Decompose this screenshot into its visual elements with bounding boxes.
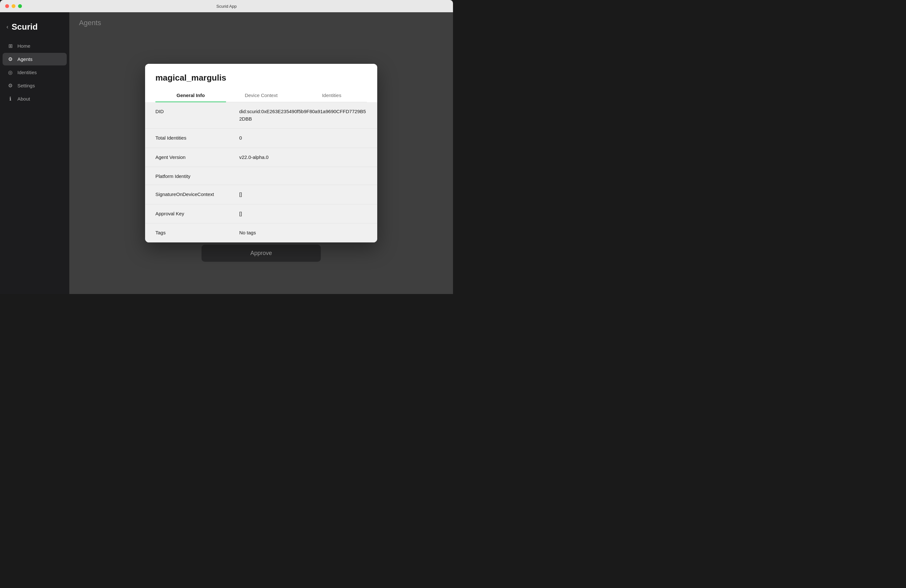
modal-tabs: General Info Device Context Identities <box>155 89 367 102</box>
sidebar-item-home[interactable]: ⊞ Home <box>3 40 67 52</box>
modal-header: magical_margulis General Info Device Con… <box>145 64 377 102</box>
sidebar-header[interactable]: ‹ Scurid <box>0 19 69 40</box>
sidebar-item-identities[interactable]: ◎ Identities <box>3 66 67 79</box>
field-did: DID did:scurid:0xE263E235490f5b9F80a91a9… <box>145 102 377 129</box>
identities-icon: ◎ <box>7 69 14 75</box>
about-icon: ℹ <box>7 96 14 102</box>
field-total-identities-label: Total Identities <box>155 134 239 140</box>
sidebar-item-label-about: About <box>18 96 30 102</box>
field-tags-value: No tags <box>239 229 367 237</box>
back-icon: ‹ <box>6 24 8 30</box>
window-title: Scurid App <box>216 4 237 9</box>
sidebar-item-about[interactable]: ℹ About <box>3 92 67 105</box>
field-signature-label: SignatureOnDeviceContext <box>155 191 239 197</box>
field-did-value: did:scurid:0xE263E235490f5b9F80a91a9690C… <box>239 108 367 123</box>
modal-body: DID did:scurid:0xE263E235490f5b9F80a91a9… <box>145 102 377 242</box>
field-agent-version-value: v22.0-alpha.0 <box>239 154 367 161</box>
tab-device-context[interactable]: Device Context <box>226 89 297 102</box>
main-content: Agents Approve magical_margulis General … <box>69 12 453 294</box>
field-tags: Tags No tags <box>145 223 377 242</box>
minimize-button[interactable] <box>11 4 16 8</box>
settings-icon: ⚙ <box>7 83 14 89</box>
field-agent-version-label: Agent Version <box>155 154 239 160</box>
field-approval-key-label: Approval Key <box>155 210 239 216</box>
home-icon: ⊞ <box>7 43 14 49</box>
agents-icon: ⚙ <box>7 56 14 62</box>
field-signature-value: [] <box>239 191 367 198</box>
field-approval-key-value: [] <box>239 210 367 218</box>
sidebar-item-label-settings: Settings <box>18 83 35 88</box>
field-signature-on-device-context: SignatureOnDeviceContext [] <box>145 185 377 204</box>
sidebar-item-label-agents: Agents <box>18 56 33 62</box>
field-tags-label: Tags <box>155 229 239 235</box>
sidebar: ‹ Scurid ⊞ Home ⚙ Agents ◎ Identities ⚙ … <box>0 12 69 294</box>
app-container: ‹ Scurid ⊞ Home ⚙ Agents ◎ Identities ⚙ … <box>0 12 453 294</box>
close-button[interactable] <box>5 4 9 8</box>
field-platform-identity-label: Platform Identity <box>155 173 239 179</box>
sidebar-item-label-identities: Identities <box>18 70 37 75</box>
modal-title: magical_margulis <box>155 73 367 83</box>
field-agent-version: Agent Version v22.0-alpha.0 <box>145 148 377 167</box>
field-did-label: DID <box>155 108 239 114</box>
field-total-identities-value: 0 <box>239 134 367 142</box>
window-controls <box>5 4 22 8</box>
sidebar-item-settings[interactable]: ⚙ Settings <box>3 79 67 92</box>
field-platform-identity: Platform Identity <box>145 167 377 185</box>
field-total-identities: Total Identities 0 <box>145 129 377 148</box>
modal-dialog: magical_margulis General Info Device Con… <box>145 64 377 242</box>
sidebar-item-agents[interactable]: ⚙ Agents <box>3 53 67 65</box>
title-bar: Scurid App <box>0 0 453 12</box>
tab-identities[interactable]: Identities <box>296 89 367 102</box>
field-approval-key: Approval Key [] <box>145 204 377 224</box>
sidebar-nav: ⊞ Home ⚙ Agents ◎ Identities ⚙ Settings … <box>0 40 69 105</box>
tab-general-info[interactable]: General Info <box>155 89 226 102</box>
sidebar-brand: Scurid <box>11 22 38 32</box>
modal-overlay: magical_margulis General Info Device Con… <box>69 12 453 294</box>
maximize-button[interactable] <box>18 4 22 8</box>
sidebar-item-label-home: Home <box>18 43 30 49</box>
